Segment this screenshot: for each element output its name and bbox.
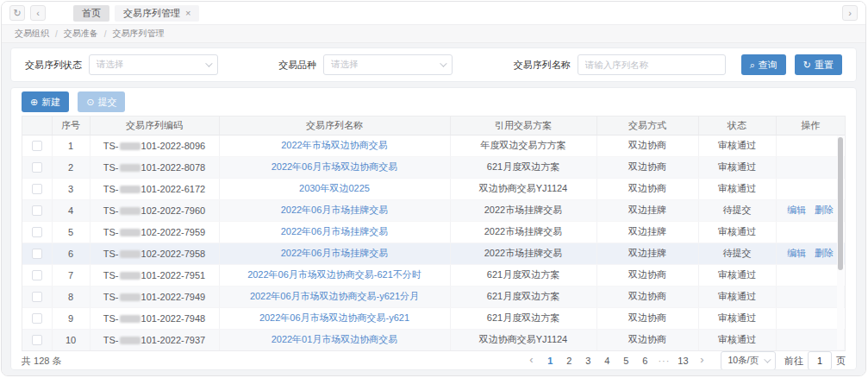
refresh-button[interactable]: ↻ (9, 5, 25, 21)
variety-select[interactable]: 请选择 (323, 54, 453, 75)
sequence-name-link[interactable]: 2022年06月市场挂牌交易 (281, 205, 389, 215)
table-scrollbar[interactable] (837, 135, 844, 350)
table-row: 2 TS-101-2022-8078 2022年06月市场双边协商交易 621月… (22, 156, 845, 178)
row-checkbox[interactable] (32, 141, 42, 151)
redacted-code-segment (120, 229, 141, 236)
chevron-down-icon (205, 60, 212, 66)
col-header-no: 序号 (52, 117, 90, 135)
select-all-header (22, 117, 52, 135)
edit-link[interactable]: 编辑 (787, 248, 806, 258)
sequence-name-link[interactable]: 2022年01月市场双边协商交易 (272, 334, 398, 344)
close-icon[interactable]: × (185, 5, 190, 22)
row-no: 5 (52, 221, 90, 243)
tab-trade-sequence-management[interactable]: 交易序列管理 × (115, 5, 199, 22)
edit-link[interactable]: 编辑 (787, 205, 806, 215)
delete-link[interactable]: 删除 (815, 248, 834, 258)
col-header-code: 交易序列编码 (90, 117, 219, 135)
forward-button[interactable]: › (842, 5, 858, 21)
sequence-name-link[interactable]: 2022年06月市场双边协商交易 (272, 161, 398, 172)
variety-select-placeholder: 请选择 (331, 59, 359, 71)
scrollbar-thumb[interactable] (838, 137, 843, 270)
page-button[interactable]: 5 (617, 352, 634, 369)
status-select-placeholder: 请选择 (97, 59, 124, 71)
row-checkbox[interactable] (32, 335, 42, 345)
jump-page-input[interactable] (808, 351, 832, 370)
sequence-name-link[interactable]: 2022年06月市场挂牌交易 (281, 226, 389, 236)
redacted-code-segment (120, 315, 141, 323)
page-button[interactable]: 13 (674, 352, 691, 369)
page-button[interactable]: 6 (636, 352, 653, 369)
sequence-name-link[interactable]: 2030年双边0225 (299, 183, 370, 193)
redacted-code-segment (120, 337, 141, 344)
row-no: 9 (52, 307, 90, 329)
submit-button[interactable]: ⊙ 提交 (78, 91, 125, 112)
row-plan: 621月度双边方案 (450, 264, 596, 286)
tab-home[interactable]: 首页 (73, 5, 109, 22)
page-button[interactable]: 2 (560, 352, 578, 369)
reset-button[interactable]: ↻ 重置 (795, 54, 842, 75)
col-header-actions: 操作 (776, 117, 845, 135)
table-row: 3 TS-101-2022-6172 2030年双边0225 双边协商交易YJ1… (22, 178, 845, 199)
breadcrumb-separator: / (104, 29, 107, 39)
page-size-select[interactable]: 10条/页 (721, 351, 776, 370)
row-checkbox[interactable] (32, 184, 42, 194)
back-button[interactable]: ‹ (30, 5, 46, 21)
status-select[interactable]: 请选择 (89, 54, 218, 75)
table-row: 6 TS-102-2022-7958 2022年06月市场挂牌交易 2022市场… (22, 243, 845, 264)
data-table: 序号 交易序列编码 交易序列名称 引用交易方案 交易方式 状态 操作 1 TS-… (22, 116, 846, 351)
breadcrumb: 交易组织 / 交易准备 / 交易序列管理 (2, 24, 865, 43)
sequence-name-link[interactable]: 2022年06月市场挂牌交易 (281, 248, 389, 258)
row-checkbox[interactable] (32, 292, 42, 302)
breadcrumb-item[interactable]: 交易准备 (64, 28, 98, 40)
row-status: 审核通过 (698, 135, 776, 156)
table-row: 1 TS-101-2022-8096 2022年市场双边协商交易 年度双边交易方… (22, 135, 845, 156)
create-button[interactable]: ⊕ 新建 (22, 91, 69, 112)
page-button[interactable]: 3 (579, 352, 596, 369)
row-code: TS-102-2022-7960 (90, 199, 219, 221)
sequence-name-input[interactable] (578, 54, 726, 75)
row-mode: 双边协商 (596, 329, 698, 350)
actions-cell (776, 178, 845, 199)
actions-cell (776, 307, 845, 329)
page-button[interactable]: 1 (541, 352, 559, 369)
table-body: 1 TS-101-2022-8096 2022年市场双边协商交易 年度双边交易方… (22, 135, 845, 350)
row-checkbox[interactable] (32, 249, 42, 259)
table-row: 7 TS-101-2022-7951 2022年06月市场双边协商交易-621不… (22, 264, 845, 286)
sequence-name-link[interactable]: 2022年06月市场双边协商交易-y621 (259, 312, 409, 323)
sequence-name-link[interactable]: 2022年06月市场双边协商交易-621不分时 (247, 269, 422, 280)
pagination-pages: 123456···13 (541, 352, 691, 369)
sequence-name-link[interactable]: 2022年市场双边协商交易 (281, 140, 387, 150)
row-checkbox[interactable] (32, 270, 42, 280)
actions-cell (776, 221, 845, 243)
row-status: 审核通过 (698, 178, 776, 199)
row-no: 1 (52, 135, 90, 156)
search-button[interactable]: ⌕ 查询 (741, 54, 786, 75)
row-no: 2 (52, 156, 90, 178)
table-row: 9 TS-101-2022-7948 2022年06月市场双边协商交易-y621… (22, 307, 845, 329)
row-status: 审核通过 (698, 286, 776, 307)
row-status: 审核通过 (698, 156, 776, 178)
next-page-button[interactable]: › (693, 352, 710, 369)
row-checkbox[interactable] (32, 205, 42, 216)
row-checkbox[interactable] (32, 227, 42, 237)
pagination: ‹ 123456···13 › 10条/页 前往 页 (522, 351, 846, 370)
row-status: 审核通过 (698, 329, 776, 350)
table-footer: 共 128 条 ‹ 123456···13 › 10条/页 前往 页 (22, 351, 846, 370)
actions-cell (776, 156, 845, 178)
actions-cell (776, 135, 845, 156)
row-checkbox[interactable] (32, 313, 42, 324)
page-button[interactable]: 4 (598, 352, 615, 369)
tab-bar: ↻ ‹ 首页 交易序列管理 × › (2, 2, 865, 24)
row-code: TS-101-2022-7951 (90, 264, 219, 286)
redacted-code-segment (120, 272, 141, 280)
delete-link[interactable]: 删除 (815, 205, 834, 215)
row-mode: 双边挂牌 (596, 243, 698, 264)
breadcrumb-item[interactable]: 交易组织 (15, 28, 49, 40)
redacted-code-segment (120, 164, 141, 172)
refresh-icon: ↻ (13, 8, 21, 18)
prev-page-button[interactable]: ‹ (522, 352, 540, 369)
chevron-right-icon: › (848, 8, 852, 18)
sequence-name-link[interactable]: 2022年06月市场双边协商交易-y621分月 (250, 291, 419, 301)
row-checkbox[interactable] (32, 162, 42, 173)
actions-cell: 编辑删除 (776, 243, 845, 264)
